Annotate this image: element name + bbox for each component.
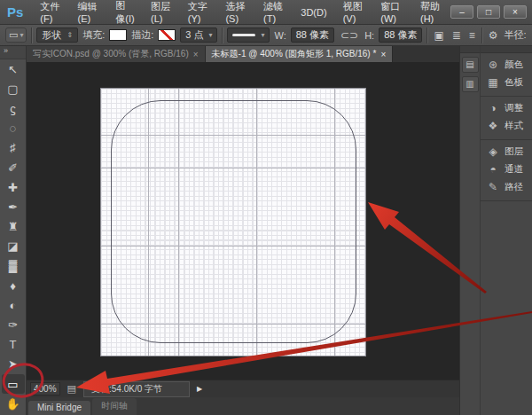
dodge-tool-icon: ◐	[10, 299, 17, 312]
menu-select[interactable]: 选择(S)	[217, 0, 255, 24]
path-operations-icon[interactable]: ▣	[432, 29, 445, 42]
dodge-tool[interactable]: ◐	[2, 295, 25, 315]
brush-tool-icon: ✒	[8, 200, 18, 214]
tool-mode-dropdown[interactable]: 形状 ⇕	[36, 27, 78, 43]
fill-color-swatch[interactable]	[109, 29, 127, 41]
styles-icon: ❖	[487, 120, 499, 132]
path-arrangement-icon[interactable]: ≡	[467, 29, 477, 42]
timeline-tab[interactable]: 时间轴	[92, 398, 137, 415]
panel-button-color[interactable]: ⊛ 颜色	[481, 56, 532, 74]
eraser-tool[interactable]: ◪	[2, 237, 25, 256]
document-tab-2-label: 未标题-1 @ 400% (圆角矩形 1, RGB/16) *	[212, 48, 377, 60]
path-selection-tool[interactable]: ➤	[2, 355, 25, 374]
clone-stamp-tool[interactable]: ♜	[2, 217, 25, 237]
panel-group-color: ⊛ 颜色 ▦ 色板	[481, 53, 532, 97]
tools-panel: » ↖ ▢ ϛ ◌ ♯ ✐ ✚ ✒ ♜ ◪ ▓ ♦ ◐ ✑ T ➤ ▭ ✋	[0, 46, 27, 415]
document-tab-1-label: 写实ICON.psd @ 300% (背景, RGB/16)	[33, 48, 189, 60]
document-info: 文档:54.0K/0 字节	[83, 381, 190, 397]
gradient-tool[interactable]: ▓	[2, 256, 25, 276]
menu-bar: Ps 文件(F) 编辑(E) 图像(I) 图层(L) 文字(Y) 选择(S) 滤…	[0, 0, 532, 25]
menu-file[interactable]: 文件(F)	[32, 0, 69, 24]
shape-width-field[interactable]: 88 像素	[291, 27, 334, 43]
canvas-with-grid[interactable]	[100, 88, 366, 356]
status-bar: 400% ▤ 文档:54.0K/0 字节 ▶	[27, 380, 459, 397]
document-window[interactable]	[27, 62, 459, 380]
menu-layer[interactable]: 图层(L)	[143, 0, 180, 24]
close-icon[interactable]: ×	[380, 50, 386, 59]
maximize-button[interactable]: □	[477, 5, 500, 19]
stroke-width-field[interactable]: 3 点 ▾	[180, 27, 217, 43]
panel-button-styles[interactable]: ❖ 样式	[481, 117, 532, 135]
menu-help[interactable]: 帮助(H)	[412, 0, 450, 24]
quick-selection-tool[interactable]: ◌	[2, 119, 25, 138]
document-tab-bar: 写实ICON.psd @ 300% (背景, RGB/16) × 未标题-1 @…	[27, 46, 459, 62]
type-tool[interactable]: T	[2, 335, 25, 355]
updown-arrows-icon: ⇕	[66, 31, 73, 39]
close-button[interactable]: ×	[504, 5, 527, 19]
tool-options-bar: ▭ ▾ 形状 ⇕ 填充: 描边: 3 点 ▾ ▾ W: 88 像素 ⊂⊃ H: …	[0, 25, 532, 46]
rounded-rectangle-shape-path[interactable]	[111, 100, 356, 343]
tool-mode-value: 形状	[42, 28, 61, 42]
menu-filter[interactable]: 滤镜(T)	[255, 0, 293, 24]
stroke-style-dropdown[interactable]: ▾	[227, 27, 270, 43]
blur-tool[interactable]: ♦	[2, 276, 25, 295]
document-tab-2[interactable]: 未标题-1 @ 400% (圆角矩形 1, RGB/16) * ×	[206, 46, 394, 62]
status-expand-icon[interactable]: ▶	[197, 385, 202, 393]
eyedropper-tool-icon: ✐	[8, 161, 18, 175]
path-alignment-icon[interactable]: ≣	[450, 29, 463, 42]
window-controls: – □ ×	[450, 5, 532, 19]
healing-brush-tool[interactable]: ✚	[2, 177, 25, 197]
panel-label: 通道	[505, 163, 523, 176]
mini-bridge-tab[interactable]: Mini Bridge	[28, 401, 90, 415]
link-dimensions-icon[interactable]: ⊂⊃	[339, 29, 360, 42]
panel-button-paths[interactable]: ✎ 路径	[481, 178, 532, 196]
crop-tool[interactable]: ♯	[2, 138, 25, 158]
shape-tool[interactable]: ▭	[2, 374, 25, 394]
collapse-panel-icon[interactable]: »	[0, 46, 26, 59]
close-icon[interactable]: ×	[193, 50, 199, 59]
menu-window[interactable]: 窗口(W)	[372, 0, 412, 24]
separator	[481, 27, 482, 43]
channels-icon: ◓	[487, 163, 499, 176]
panel-button-layers[interactable]: ◈ 图层	[481, 143, 532, 161]
hand-tool[interactable]: ✋	[2, 394, 25, 413]
marquee-tool[interactable]: ▢	[2, 79, 25, 98]
panel-button-channels[interactable]: ◓ 通道	[481, 161, 532, 178]
quick-selection-tool-icon: ◌	[10, 121, 17, 135]
marquee-tool-icon: ▢	[7, 82, 18, 96]
collapsed-panel-icon-1[interactable]: ▤	[462, 57, 479, 73]
stroke-color-swatch[interactable]	[158, 29, 176, 41]
gradient-tool-icon: ▓	[9, 259, 17, 272]
minimize-button[interactable]: –	[450, 5, 473, 19]
panel-label: 样式	[505, 120, 523, 132]
panel-button-swatches[interactable]: ▦ 色板	[481, 74, 532, 91]
gear-icon[interactable]: ⚙	[487, 29, 500, 42]
photoshop-logo: Ps	[0, 4, 32, 20]
menu-edit[interactable]: 编辑(E)	[70, 0, 108, 24]
radius-label: 半径:	[505, 28, 527, 42]
brush-tool[interactable]: ✒	[2, 197, 25, 216]
pen-tool[interactable]: ✑	[2, 315, 25, 334]
move-tool[interactable]: ↖	[2, 59, 25, 79]
document-status-icon[interactable]: ▤	[67, 383, 76, 395]
menu-3d[interactable]: 3D(D)	[293, 0, 334, 24]
move-tool-icon: ↖	[8, 63, 18, 76]
dock-grip[interactable]	[460, 46, 480, 53]
document-tab-1[interactable]: 写实ICON.psd @ 300% (背景, RGB/16) ×	[27, 46, 206, 62]
lasso-tool[interactable]: ϛ	[2, 98, 25, 118]
collapsed-panel-icon-2[interactable]: ▥	[462, 76, 479, 92]
panel-button-adjustments[interactable]: ◑ 调整	[481, 99, 532, 117]
panel-group-layers: ◈ 图层 ◓ 通道 ✎ 路径	[481, 140, 532, 201]
zoom-level-field[interactable]: 400%	[30, 382, 60, 395]
type-tool-icon: T	[10, 338, 17, 351]
menu-image[interactable]: 图像(I)	[107, 0, 143, 24]
tool-preset-picker[interactable]: ▭ ▾	[5, 27, 27, 43]
separator	[426, 27, 427, 43]
dock-grip[interactable]	[481, 46, 532, 53]
shape-height-field[interactable]: 88 像素	[379, 27, 422, 43]
menu-type[interactable]: 文字(Y)	[180, 0, 218, 24]
eyedropper-tool[interactable]: ✐	[2, 158, 25, 177]
bottom-panel-strip: Mini Bridge 时间轴	[27, 397, 459, 415]
chevron-down-icon: ▾	[261, 31, 264, 39]
menu-view[interactable]: 视图(V)	[335, 0, 373, 24]
